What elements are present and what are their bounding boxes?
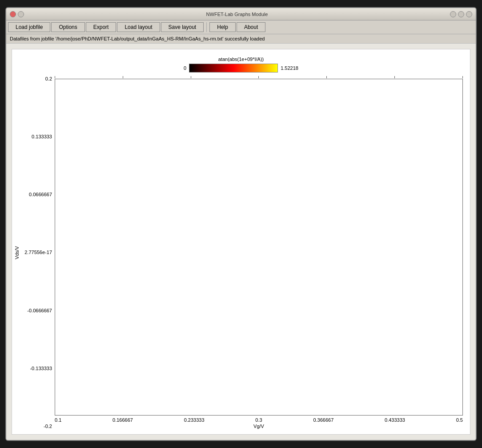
help-button[interactable]: Help <box>209 22 236 32</box>
top-tick-3 <box>191 76 191 78</box>
plot-box <box>55 79 463 417</box>
about-button[interactable]: About <box>237 22 265 32</box>
colorbar-max: 1.52218 <box>281 65 298 71</box>
export-button[interactable]: Export <box>86 22 116 32</box>
colorbar-row: 0 1.52218 <box>184 64 298 73</box>
y-tick-4: 2.77556e-17 <box>24 250 52 256</box>
menu-separator <box>206 22 207 32</box>
x-tick-6: 0.433333 <box>385 419 405 424</box>
menubar: Load jobfile Options Export Load layout … <box>6 20 476 34</box>
y-tick-6: -0.133333 <box>30 367 52 372</box>
close-button[interactable] <box>10 11 16 17</box>
heatmap-canvas <box>55 79 462 416</box>
y-tick-5: -0.0666667 <box>27 309 52 314</box>
main-window: NWFET-Lab Graphs Module Load jobfile Opt… <box>5 7 477 441</box>
x-tick-2: 0.166667 <box>112 419 133 424</box>
y-tick-3: 0.0666667 <box>29 192 52 198</box>
titlebar-buttons <box>10 11 24 17</box>
top-tick-5 <box>326 76 327 78</box>
colorbar-min: 0 <box>184 65 186 71</box>
x-axis: 0.1 0.166667 0.233333 0.3 0.366667 0.433… <box>55 417 463 424</box>
colorbar-title: atan(abs(1e+09*I/A)) <box>218 57 264 62</box>
colorbar-section: atan(abs(1e+09*I/A)) 0 1.52218 <box>19 57 463 73</box>
y-axis: Vds/V 0.2 0.133333 0.0666667 2.77556e-17… <box>19 76 55 430</box>
top-tick-6 <box>394 76 395 78</box>
y-axis-title: Vds/V <box>14 246 20 259</box>
y-tick-2: 0.133333 <box>32 134 52 140</box>
plot-and-x: 0.1 0.166667 0.233333 0.3 0.366667 0.433… <box>55 76 463 430</box>
x-tick-4: 0.3 <box>255 419 262 424</box>
status-bar: Datafiles from jobfile '/home/jose/PhD/N… <box>6 34 476 44</box>
load-layout-button[interactable]: Load layout <box>117 22 160 32</box>
menu-button-2[interactable] <box>458 11 464 17</box>
content-area: atan(abs(1e+09*I/A)) 0 1.52218 Vds/V 0.2… <box>6 44 476 440</box>
load-jobfile-button[interactable]: Load jobfile <box>8 22 50 32</box>
menu-button-3[interactable] <box>466 11 472 17</box>
colorbar <box>189 64 278 73</box>
plot-container: atan(abs(1e+09*I/A)) 0 1.52218 Vds/V 0.2… <box>12 49 470 436</box>
status-message: Datafiles from jobfile '/home/jose/PhD/N… <box>10 36 265 41</box>
menu-button-1[interactable] <box>450 11 456 17</box>
minimize-button[interactable] <box>18 11 24 17</box>
top-tick-4 <box>258 76 259 78</box>
graph-area: Vds/V 0.2 0.133333 0.0666667 2.77556e-17… <box>19 76 463 430</box>
top-tick-7 <box>462 76 463 78</box>
y-tick-7: -0.2 <box>44 425 52 430</box>
y-tick-1: 0.2 <box>45 76 52 81</box>
x-tick-1: 0.1 <box>55 419 61 424</box>
x-tick-3: 0.233333 <box>184 419 205 424</box>
top-tick-2 <box>123 76 123 78</box>
titlebar-right <box>450 11 472 17</box>
save-layout-button[interactable]: Save layout <box>161 22 204 32</box>
x-tick-5: 0.366667 <box>313 419 333 424</box>
x-axis-title: Vg/V <box>55 425 463 430</box>
options-button[interactable]: Options <box>51 22 84 32</box>
top-tick-1 <box>55 76 55 78</box>
window-title: NWFET-Lab Graphs Module <box>24 12 450 17</box>
x-tick-7: 0.5 <box>456 419 463 424</box>
titlebar: NWFET-Lab Graphs Module <box>6 8 476 20</box>
